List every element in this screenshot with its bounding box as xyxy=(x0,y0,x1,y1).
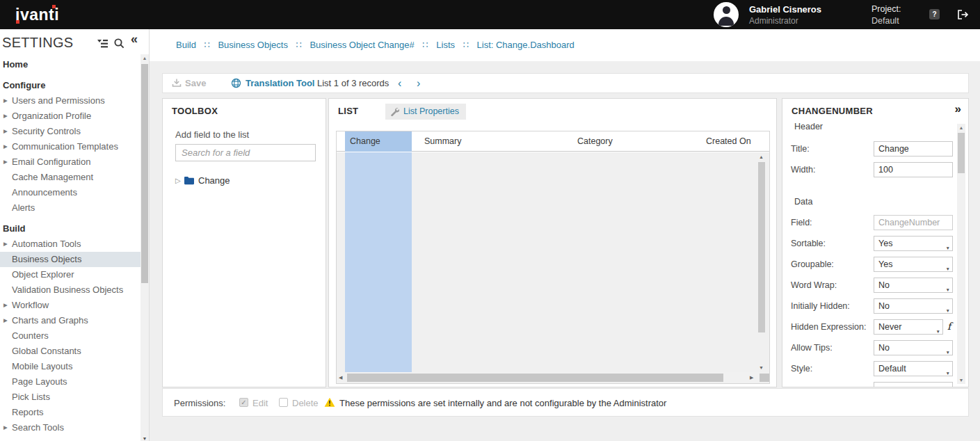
groupable-select[interactable]: Yes▼ xyxy=(874,257,953,272)
sidebar-nav: Home Configure ▶Users and Permissions ▶O… xyxy=(0,57,141,441)
sidebar-item-organization-profile[interactable]: ▶Organization Profile xyxy=(0,109,141,124)
scroll-up-icon[interactable]: ▲ xyxy=(757,154,766,159)
expand-icon[interactable]: ▶ xyxy=(3,109,8,124)
collapse-panel-icon[interactable]: » xyxy=(955,102,961,116)
sidebar-scrollbar-thumb[interactable] xyxy=(141,64,148,283)
sortable-select[interactable]: Yes▼ xyxy=(874,236,953,251)
column-header-created-on[interactable]: Created On xyxy=(706,131,751,152)
collapse-sidebar-icon[interactable]: « xyxy=(131,32,138,47)
avatar[interactable] xyxy=(714,2,739,27)
expand-icon[interactable]: ▶ xyxy=(3,236,8,252)
sidebar-item-page-layouts[interactable]: Page Layouts xyxy=(0,374,141,390)
sidebar-item-workflow[interactable]: ▶Workflow xyxy=(0,298,141,313)
scrollbar-corner xyxy=(760,374,769,382)
expand-icon[interactable]: ▶ xyxy=(3,313,8,328)
save-button[interactable]: Save xyxy=(172,74,206,93)
properties-scrollbar[interactable]: ▲ ▼ xyxy=(957,124,965,384)
list-vscroll-thumb[interactable] xyxy=(758,162,765,332)
breadcrumb-build[interactable]: Build xyxy=(176,40,196,50)
sidebar-scrollbar[interactable]: ▲ ▼ xyxy=(140,54,149,441)
properties-title: CHANGENUMBER xyxy=(792,106,873,116)
column-header-category[interactable]: Category xyxy=(577,131,613,152)
word-wrap-select[interactable]: No▼ xyxy=(874,278,953,293)
sidebar-item-security-controls[interactable]: ▶Security Controls xyxy=(0,124,141,139)
sidebar-item-pick-lists[interactable]: Pick Lists xyxy=(0,390,141,405)
breadcrumb: Build ∷ Business Objects ∷ Business Obje… xyxy=(176,29,575,61)
initially-hidden-select[interactable]: No▼ xyxy=(874,298,953,314)
initially-hidden-value: No xyxy=(878,301,890,311)
breadcrumb-business-objects[interactable]: Business Objects xyxy=(218,40,287,50)
sidebar-item-users-and-permissions[interactable]: ▶Users and Permissions xyxy=(0,93,141,109)
sidebar-item-home[interactable]: Home xyxy=(0,57,141,72)
logout-icon[interactable] xyxy=(956,9,969,20)
scroll-up-icon[interactable]: ▲ xyxy=(957,125,965,130)
previous-record-icon[interactable]: ‹ xyxy=(398,74,401,93)
expand-icon[interactable]: ▶ xyxy=(3,93,8,109)
sidebar-item-counters[interactable]: Counters xyxy=(0,328,141,344)
next-record-icon[interactable]: › xyxy=(417,74,420,93)
expand-icon[interactable]: ▶ xyxy=(3,420,8,435)
scroll-down-icon[interactable]: ▼ xyxy=(757,365,766,370)
breadcrumb-business-object-change[interactable]: Business Object Change# xyxy=(310,40,414,50)
style-select[interactable]: Default▼ xyxy=(874,361,953,376)
breadcrumb-lists[interactable]: Lists xyxy=(436,40,455,50)
sidebar-item-charts-and-graphs[interactable]: ▶Charts and Graphs xyxy=(0,313,141,328)
expression-editor-icon[interactable]: f xyxy=(947,321,951,332)
toolbox-title: TOOLBOX xyxy=(172,106,218,116)
project-value[interactable]: Default xyxy=(871,16,899,26)
translation-tool-button[interactable]: Translation Tool xyxy=(231,74,314,93)
list-horizontal-scrollbar[interactable]: ◀ ▶ xyxy=(337,372,769,383)
allow-tips-select[interactable]: No▼ xyxy=(874,340,953,355)
sidebar-item-alerts[interactable]: Alerts xyxy=(0,200,141,216)
sidebar-title: SETTINGS xyxy=(2,35,73,51)
field-search-input[interactable] xyxy=(175,144,316,161)
scroll-left-icon[interactable]: ◀ xyxy=(339,372,342,383)
scroll-up-icon[interactable]: ▲ xyxy=(140,56,149,61)
user-name: Gabriel Cisneros xyxy=(749,4,821,15)
sidebar-item-clipped[interactable]: ▶ xyxy=(0,435,141,441)
hidden-expression-select[interactable]: Never▼ xyxy=(874,319,943,335)
tree-expander-icon[interactable]: ▷ xyxy=(175,175,181,187)
sidebar-item-label: Email Configuration xyxy=(12,157,90,167)
dropdown-arrow-icon: ▼ xyxy=(946,262,950,276)
column-header-summary[interactable]: Summary xyxy=(424,131,461,152)
list-vertical-scrollbar[interactable]: ▲ ▼ xyxy=(757,153,766,371)
expand-icon[interactable]: ▶ xyxy=(3,154,8,170)
scroll-right-icon[interactable]: ▶ xyxy=(750,372,753,383)
sidebar-item-automation-tools[interactable]: ▶Automation Tools xyxy=(0,236,141,252)
sidebar-item-reports[interactable]: Reports xyxy=(0,405,141,420)
list-properties-button[interactable]: List Properties xyxy=(385,104,466,120)
ivanti-logo[interactable]: ivanti xyxy=(15,0,59,29)
title-input[interactable] xyxy=(874,141,953,157)
properties-scrollbar-thumb[interactable] xyxy=(958,133,965,173)
scroll-down-icon[interactable]: ▼ xyxy=(140,436,149,441)
toolbar: Save Translation Tool List 1 of 3 record… xyxy=(162,73,969,93)
hidden-expression-label: Hidden Expression: xyxy=(791,322,866,332)
list-hscroll-thumb[interactable] xyxy=(347,374,723,382)
sidebar-item-validation-business-objects[interactable]: Validation Business Objects xyxy=(0,282,141,298)
dropdown-arrow-icon: ▼ xyxy=(946,367,950,380)
expand-icon[interactable]: ▶ xyxy=(3,124,8,139)
sidebar-item-announcements[interactable]: Announcements xyxy=(0,185,141,200)
sidebar-item-email-configuration[interactable]: ▶Email Configuration xyxy=(0,154,141,170)
scroll-down-icon[interactable]: ▼ xyxy=(957,378,965,383)
sidebar-item-global-constants[interactable]: Global Constants xyxy=(0,344,141,359)
selected-column-highlight[interactable] xyxy=(345,152,412,372)
column-properties-panel: CHANGENUMBER » Header Title: Width: Data… xyxy=(782,98,969,387)
sidebar-item-label: Automation Tools xyxy=(12,239,81,249)
sidebar-item-object-explorer[interactable]: Object Explorer xyxy=(0,267,141,282)
sidebar-item-search-tools[interactable]: ▶Search Tools xyxy=(0,420,141,435)
sidebar-item-communication-templates[interactable]: ▶Communication Templates xyxy=(0,139,141,154)
list-preview: Change Summary Category Created On ▲ ▼ ◀… xyxy=(336,131,770,384)
sidebar-item-label: Organization Profile xyxy=(12,111,91,121)
sidebar-item-business-objects[interactable]: Business Objects xyxy=(0,252,141,267)
sidebar-item-mobile-layouts[interactable]: Mobile Layouts xyxy=(0,359,141,374)
help-icon[interactable]: ? xyxy=(929,9,940,19)
search-icon[interactable] xyxy=(113,38,125,49)
sidebar-item-cache-management[interactable]: Cache Management xyxy=(0,170,141,185)
column-header-change[interactable]: Change xyxy=(345,131,412,152)
filter-tree-icon[interactable] xyxy=(97,39,109,49)
width-input[interactable] xyxy=(874,162,953,177)
expand-icon[interactable]: ▶ xyxy=(3,298,8,313)
expand-icon[interactable]: ▶ xyxy=(3,139,8,154)
